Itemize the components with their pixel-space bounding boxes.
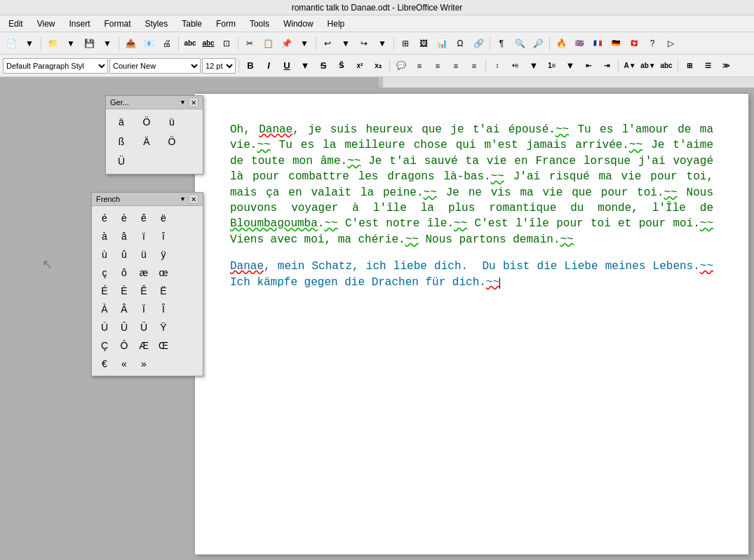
- char-OE-cap[interactable]: Œ: [154, 336, 173, 355]
- char-C-cedilla[interactable]: Ç: [95, 336, 114, 355]
- char-guillemet-open[interactable]: «: [114, 355, 134, 373]
- insert-special[interactable]: Ω: [452, 35, 469, 52]
- char-e-uml[interactable]: ë: [154, 209, 173, 227]
- char-O-circ[interactable]: Ô: [114, 336, 134, 355]
- char-A-umlaut[interactable]: Ä: [134, 132, 159, 151]
- document-area[interactable]: Oh, Danae, je suis heureux que je t'ai é…: [189, 88, 754, 560]
- flag-de[interactable]: 🇩🇪: [607, 35, 624, 52]
- german-panel-title[interactable]: Ger... ▼ ✕: [106, 96, 203, 109]
- char-eszett[interactable]: ß: [109, 132, 134, 151]
- char-U-grave[interactable]: Ù: [95, 318, 114, 336]
- save-button[interactable]: 💾: [81, 35, 97, 52]
- subscript-button[interactable]: x₂: [370, 57, 386, 74]
- sidebar-toggle[interactable]: ≫: [718, 57, 734, 74]
- undo-button[interactable]: ↩: [319, 35, 336, 52]
- styles-btn[interactable]: ☰: [699, 57, 716, 74]
- font-size-select[interactable]: 12 pt: [202, 58, 236, 74]
- char-a-umlaut[interactable]: ä: [109, 112, 134, 132]
- char-U-uml-cap[interactable]: Ü: [134, 318, 154, 336]
- list-bullet-dropdown[interactable]: ▼: [525, 57, 542, 74]
- spell-abc2[interactable]: abc: [200, 35, 217, 52]
- char-u-circ[interactable]: û: [114, 245, 134, 264]
- german-close-button[interactable]: ✕: [189, 97, 198, 107]
- char-euro[interactable]: €: [95, 355, 114, 373]
- redo-dropdown[interactable]: ▼: [374, 35, 391, 52]
- char-i-circ[interactable]: î: [154, 227, 173, 245]
- line-spacing[interactable]: ↕: [489, 57, 506, 74]
- superscript-button[interactable]: x²: [351, 57, 368, 74]
- undo-dropdown[interactable]: ▼: [337, 35, 354, 52]
- char-oe[interactable]: œ: [154, 264, 173, 282]
- french-dropdown-arrow[interactable]: ▼: [180, 196, 186, 203]
- insert-image[interactable]: 🖼: [415, 35, 432, 52]
- menu-table[interactable]: Table: [176, 18, 208, 30]
- char-i-uml[interactable]: ï: [134, 227, 154, 245]
- menu-window[interactable]: Window: [278, 18, 319, 30]
- document-page[interactable]: Oh, Danae, je suis heureux que je t'ai é…: [195, 94, 748, 554]
- char-O-umlaut[interactable]: Ö: [134, 112, 159, 132]
- view-mode[interactable]: ⊡: [218, 35, 235, 52]
- fire-icon[interactable]: 🔥: [553, 35, 570, 52]
- char-U-umlaut[interactable]: Ü: [109, 151, 134, 171]
- list-number-dropdown[interactable]: ▼: [562, 57, 579, 74]
- align-center[interactable]: ≡: [429, 57, 446, 74]
- italic-button[interactable]: I: [260, 57, 277, 74]
- table-btn2[interactable]: ⊞: [681, 57, 698, 74]
- bold-button[interactable]: B: [242, 57, 259, 74]
- align-justify[interactable]: ≡: [466, 57, 483, 74]
- char-AE-cap[interactable]: Æ: [134, 336, 154, 355]
- german-dropdown-arrow[interactable]: ▼: [180, 99, 186, 106]
- char-U-circ[interactable]: Û: [114, 318, 134, 336]
- char-E-circ[interactable]: Ê: [134, 282, 154, 300]
- paste-dropdown[interactable]: ▼: [296, 35, 313, 52]
- char-u-grave[interactable]: ù: [95, 245, 114, 264]
- menu-format[interactable]: Format: [99, 18, 137, 30]
- char-E-uml[interactable]: Ë: [154, 282, 173, 300]
- find-replace[interactable]: 🔍: [511, 35, 528, 52]
- save-dropdown[interactable]: ▼: [99, 35, 116, 52]
- char-E-grave[interactable]: È: [114, 282, 134, 300]
- flag-en[interactable]: 🇬🇧: [571, 35, 588, 52]
- insert-link[interactable]: 🔗: [470, 35, 487, 52]
- align-left[interactable]: ≡: [411, 57, 428, 74]
- spell-abc[interactable]: abc: [182, 35, 198, 52]
- menu-styles[interactable]: Styles: [140, 18, 174, 30]
- strikethrough-button[interactable]: S: [315, 57, 332, 74]
- list-bullet[interactable]: •≡: [507, 57, 524, 74]
- char-ae[interactable]: æ: [134, 264, 154, 282]
- indent-increase[interactable]: ⇥: [598, 57, 615, 74]
- shadow-button[interactable]: S̈: [333, 57, 350, 74]
- find-bar[interactable]: 🔎: [530, 35, 546, 52]
- flag-ch[interactable]: 🇨🇭: [626, 35, 642, 52]
- indent-decrease[interactable]: ⇤: [580, 57, 597, 74]
- menu-tools[interactable]: Tools: [244, 18, 275, 30]
- highlight-color[interactable]: ab▼: [640, 57, 657, 74]
- char-I-circ[interactable]: Î: [154, 300, 173, 318]
- cut-button[interactable]: ✂: [241, 35, 258, 52]
- macro-btn[interactable]: ▷: [662, 35, 679, 52]
- menu-help[interactable]: Help: [322, 18, 351, 30]
- char-e-circ[interactable]: ê: [134, 209, 154, 227]
- menu-edit[interactable]: Edit: [3, 18, 29, 30]
- french-panel-title[interactable]: French ▼ ✕: [92, 193, 203, 206]
- char-u-umlaut[interactable]: ü: [159, 112, 184, 132]
- char-Y-uml[interactable]: Ÿ: [154, 318, 173, 336]
- char-O-umlaut2[interactable]: Ö: [159, 132, 184, 151]
- underline-dropdown[interactable]: ▼: [297, 57, 314, 74]
- char-A-grave[interactable]: À: [95, 300, 114, 318]
- char-e-acute[interactable]: é: [95, 209, 114, 227]
- menu-view[interactable]: View: [32, 18, 61, 30]
- paragraph-style-select[interactable]: Default Paragraph Styl: [3, 58, 108, 74]
- char-u-uml-fr[interactable]: ü: [134, 245, 154, 264]
- list-number[interactable]: 1≡: [544, 57, 560, 74]
- french-close-button[interactable]: ✕: [189, 194, 198, 204]
- open-button[interactable]: 📁: [44, 35, 61, 52]
- print-preview[interactable]: 🖨: [159, 35, 175, 52]
- formatting-marks[interactable]: ¶: [493, 35, 510, 52]
- align-right[interactable]: ≡: [447, 57, 464, 74]
- new-dropdown[interactable]: ▼: [21, 35, 38, 52]
- char-E-acute[interactable]: É: [95, 282, 114, 300]
- copy-button[interactable]: 📋: [260, 35, 276, 52]
- char-e-grave[interactable]: è: [114, 209, 134, 227]
- font-color[interactable]: A▼: [621, 57, 638, 74]
